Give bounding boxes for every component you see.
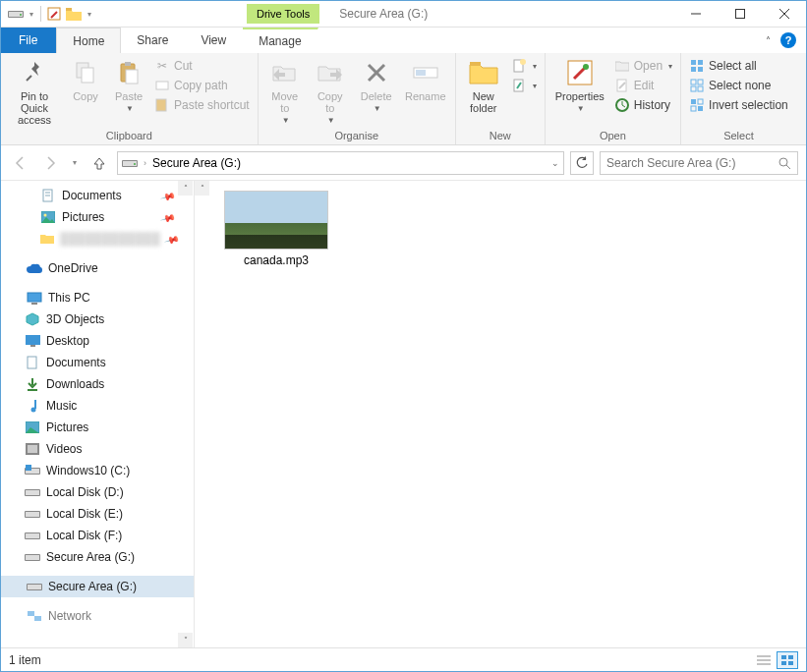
help-icon[interactable]: ? bbox=[780, 32, 796, 48]
tree-item-blurred[interactable]: ████████████📌 bbox=[1, 228, 194, 250]
easy-access-button[interactable]: ▾ bbox=[509, 77, 539, 94]
refresh-button[interactable] bbox=[570, 151, 594, 175]
tab-view[interactable]: View bbox=[185, 28, 243, 53]
select-all-button[interactable]: Select all bbox=[687, 57, 790, 75]
tree-item-windows-c[interactable]: Windows10 (C:) bbox=[1, 460, 194, 481]
tree-item-local-e[interactable]: Local Disk (E:) bbox=[1, 503, 194, 525]
tab-manage[interactable]: Manage bbox=[243, 28, 317, 53]
document-icon bbox=[40, 188, 56, 203]
quick-access-toolbar: ▾ ▾ bbox=[1, 5, 94, 23]
svg-rect-71 bbox=[26, 555, 39, 560]
tab-share[interactable]: Share bbox=[121, 28, 185, 53]
title-bar: ▾ ▾ Drive Tools Secure Area (G:) bbox=[1, 1, 806, 28]
tree-label: Videos bbox=[46, 442, 82, 456]
group-label-organise: Organise bbox=[264, 128, 449, 144]
history-button[interactable]: History bbox=[612, 96, 674, 114]
qat-more-icon[interactable]: ▾ bbox=[85, 5, 94, 23]
tree-item-local-f[interactable]: Local Disk (F:) bbox=[1, 525, 194, 546]
qat-dropdown-icon[interactable]: ▾ bbox=[27, 5, 36, 23]
svg-rect-30 bbox=[698, 60, 703, 65]
group-label-open: Open bbox=[551, 128, 674, 144]
properties-qat-icon[interactable] bbox=[45, 5, 63, 23]
search-icon[interactable] bbox=[778, 156, 791, 170]
tree-item-downloads[interactable]: Downloads bbox=[1, 373, 194, 395]
new-item-button[interactable]: ▾ bbox=[509, 57, 539, 75]
cut-button[interactable]: ✂Cut bbox=[152, 57, 252, 75]
move-to-button[interactable]: Move to▼ bbox=[264, 55, 306, 127]
copy-path-button[interactable]: Copy path bbox=[152, 77, 252, 94]
select-none-button[interactable]: Select none bbox=[687, 77, 790, 94]
tree-item-music[interactable]: Music bbox=[1, 395, 194, 417]
copy-path-icon bbox=[154, 78, 170, 93]
tab-home[interactable]: Home bbox=[56, 28, 121, 53]
tree-item-secure-g[interactable]: Secure Area (G:) bbox=[1, 546, 194, 568]
recent-locations-button[interactable]: ▾ bbox=[68, 151, 82, 175]
paste-shortcut-button[interactable]: Paste shortcut bbox=[152, 96, 252, 114]
svg-rect-39 bbox=[691, 106, 696, 111]
this-pc-icon bbox=[27, 290, 42, 306]
scroll-down-button[interactable]: ˅ bbox=[178, 633, 193, 647]
navigation-tree[interactable]: ˄ Documents📌 Pictures📌 ████████████📌 One… bbox=[1, 181, 195, 647]
back-button[interactable] bbox=[9, 151, 32, 175]
minimize-button[interactable] bbox=[673, 1, 718, 28]
tree-item-pictures[interactable]: Pictures bbox=[1, 417, 194, 438]
pictures-icon bbox=[25, 420, 40, 435]
tree-item-onedrive[interactable]: OneDrive bbox=[1, 257, 194, 279]
delete-button[interactable]: Delete▼ bbox=[355, 55, 398, 115]
tree-item-network[interactable]: Network bbox=[1, 605, 194, 627]
tree-label: This PC bbox=[48, 291, 90, 305]
chevron-right-icon[interactable]: › bbox=[144, 158, 146, 168]
file-list[interactable]: ˄ canada.mp3 bbox=[195, 181, 806, 647]
body: ˄ Documents📌 Pictures📌 ████████████📌 One… bbox=[1, 181, 806, 647]
paste-button[interactable]: Paste ▼ bbox=[109, 55, 148, 115]
copy-to-icon bbox=[315, 57, 346, 88]
scroll-up-button[interactable]: ˄ bbox=[195, 181, 209, 196]
up-button[interactable] bbox=[87, 151, 111, 175]
address-bar[interactable]: › Secure Area (G:) ⌄ bbox=[117, 151, 564, 175]
close-button[interactable] bbox=[762, 1, 806, 28]
tree-label: Windows10 (C:) bbox=[46, 464, 130, 477]
svg-rect-63 bbox=[26, 465, 31, 471]
tree-item-secure-g-root[interactable]: Secure Area (G:) bbox=[1, 576, 194, 597]
invert-selection-button[interactable]: Invert selection bbox=[687, 96, 790, 114]
tree-item-pictures[interactable]: Pictures📌 bbox=[1, 206, 194, 228]
file-item[interactable]: canada.mp3 bbox=[222, 191, 330, 267]
rename-button[interactable]: Rename bbox=[402, 55, 449, 104]
address-dropdown-icon[interactable]: ⌄ bbox=[551, 158, 559, 168]
tab-file[interactable]: File bbox=[1, 28, 56, 53]
contextual-tab-label: Drive Tools bbox=[247, 4, 319, 24]
tree-item-local-d[interactable]: Local Disk (D:) bbox=[1, 481, 194, 503]
collapse-ribbon-icon[interactable]: ˄ bbox=[766, 35, 771, 46]
svg-point-43 bbox=[134, 163, 136, 165]
tree-item-desktop[interactable]: Desktop bbox=[1, 330, 194, 352]
tree-item-this-pc[interactable]: This PC bbox=[1, 287, 194, 308]
tree-item-documents[interactable]: Documents📌 bbox=[1, 185, 194, 206]
svg-rect-15 bbox=[156, 82, 168, 89]
copy-button[interactable]: Copy bbox=[66, 55, 105, 104]
svg-point-57 bbox=[31, 408, 36, 413]
svg-rect-82 bbox=[788, 661, 793, 665]
tree-item-3d-objects[interactable]: 3D Objects bbox=[1, 308, 194, 330]
tree-item-videos[interactable]: Videos bbox=[1, 438, 194, 460]
search-box[interactable] bbox=[600, 151, 798, 175]
tree-item-documents[interactable]: Documents bbox=[1, 352, 194, 373]
scissors-icon: ✂ bbox=[154, 58, 170, 74]
forward-button[interactable] bbox=[38, 151, 62, 175]
drive-icon bbox=[25, 549, 40, 565]
properties-button[interactable]: Properties▼ bbox=[551, 55, 608, 115]
edit-button[interactable]: Edit bbox=[612, 77, 674, 94]
details-view-button[interactable] bbox=[753, 651, 775, 669]
pin-to-quick-access-button[interactable]: Pin to Quick access bbox=[7, 55, 62, 128]
search-input[interactable] bbox=[606, 156, 778, 170]
thumbnails-view-button[interactable] bbox=[777, 651, 798, 669]
folder-qat-icon[interactable] bbox=[65, 5, 83, 23]
maximize-button[interactable] bbox=[718, 1, 762, 28]
move-to-icon bbox=[269, 57, 301, 88]
ribbon-group-clipboard: Pin to Quick access Copy Paste ▼ ✂Cut Co… bbox=[1, 53, 259, 144]
pin-icon: 📌 bbox=[160, 209, 176, 225]
new-folder-button[interactable]: New folder bbox=[462, 55, 505, 116]
open-button[interactable]: Open▾ bbox=[612, 57, 674, 75]
scroll-up-button[interactable]: ˄ bbox=[178, 181, 193, 196]
copy-to-button[interactable]: Copy to▼ bbox=[310, 55, 351, 127]
new-folder-icon bbox=[468, 57, 499, 88]
